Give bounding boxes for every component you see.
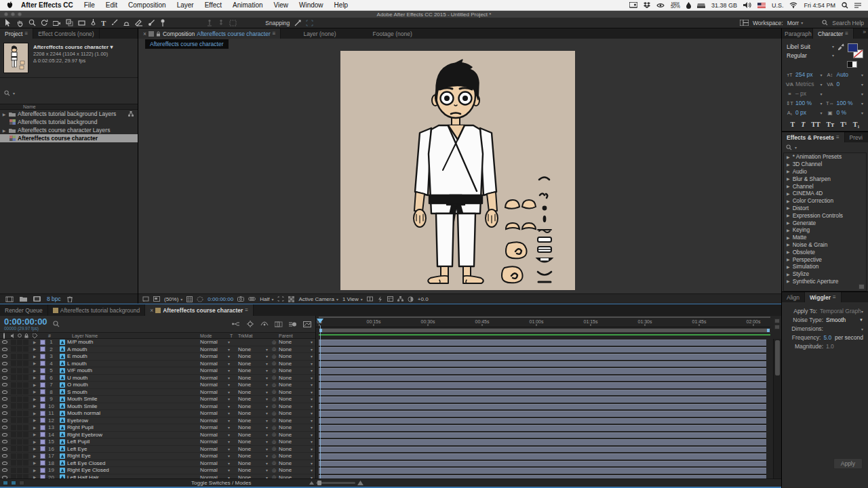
wifi-icon[interactable] bbox=[789, 2, 797, 8]
parent-dropdown[interactable]: None▾ bbox=[279, 418, 315, 424]
lock-switch[interactable] bbox=[23, 368, 28, 373]
layer-label-chip[interactable] bbox=[40, 468, 45, 473]
effects-category-row[interactable]: ▶Obsolete bbox=[784, 248, 866, 256]
menu-item-help[interactable]: Help bbox=[329, 1, 354, 9]
apply-button[interactable]: Apply bbox=[833, 458, 863, 469]
timeline-ruler[interactable]: 0s00:15s00:30s00:45s01:00s01:15s01:30s01… bbox=[316, 319, 770, 327]
visibility-eye-icon[interactable] bbox=[2, 376, 7, 380]
trkmat-dropdown[interactable]: None▾ bbox=[238, 382, 269, 388]
layer-twirl-icon[interactable]: ▶ bbox=[33, 468, 39, 472]
twirl-icon[interactable]: ▶ bbox=[787, 272, 790, 277]
parent-dropdown[interactable]: None▾ bbox=[279, 467, 315, 473]
puppet-pin-tool[interactable] bbox=[160, 19, 165, 27]
project-item[interactable]: ▶Aftereffects tutorial background Layers bbox=[0, 110, 138, 118]
trkmat-dropdown[interactable]: None▾ bbox=[238, 375, 269, 381]
twirl-icon[interactable]: ▶ bbox=[787, 176, 790, 181]
menu-item-animation[interactable]: Animation bbox=[227, 1, 268, 9]
layer-twirl-icon[interactable]: ▶ bbox=[33, 454, 39, 458]
audio-switch[interactable] bbox=[11, 432, 16, 437]
audio-switch[interactable] bbox=[11, 346, 16, 352]
project-item[interactable]: Aftereffects tutorial background bbox=[0, 118, 138, 126]
lock-switch[interactable] bbox=[23, 425, 28, 430]
mode-dropdown[interactable]: Normal▾ bbox=[200, 418, 230, 424]
layer-row[interactable]: ▶5V/F mouthNormal▾None▾◎None▾ bbox=[0, 367, 315, 375]
trkmat-dropdown[interactable]: None▾ bbox=[238, 460, 269, 466]
layer-duration-bar[interactable] bbox=[319, 396, 766, 403]
layer-label-chip[interactable] bbox=[40, 432, 45, 437]
droplet-icon[interactable] bbox=[686, 2, 691, 9]
layer-lane[interactable] bbox=[319, 346, 773, 354]
layer-duration-bar[interactable] bbox=[319, 453, 766, 460]
visibility-eye-icon[interactable] bbox=[2, 454, 7, 458]
layer-label-chip[interactable] bbox=[40, 403, 45, 409]
layer-label-chip[interactable] bbox=[40, 439, 45, 445]
frame-blending-icon[interactable] bbox=[275, 321, 283, 327]
leading-dropdown[interactable]: Auto▾ bbox=[837, 71, 865, 78]
twirl-icon[interactable]: ▶ bbox=[787, 155, 790, 159]
layer-label-chip[interactable] bbox=[40, 460, 45, 466]
visibility-eye-icon[interactable] bbox=[2, 419, 7, 422]
parent-dropdown[interactable]: None▾ bbox=[279, 382, 315, 388]
trkmat-column-label[interactable]: TrkMat bbox=[238, 333, 269, 338]
trkmat-dropdown[interactable]: None▾ bbox=[238, 446, 269, 452]
layer-twirl-icon[interactable]: ▶ bbox=[33, 369, 39, 373]
parent-dropdown[interactable]: None▾ bbox=[279, 375, 315, 381]
work-area-end-handle[interactable] bbox=[767, 329, 770, 332]
layer-row[interactable]: ▶17Right EyeNormal▾None▾◎None▾ bbox=[0, 453, 315, 460]
layer-label-chip[interactable] bbox=[40, 375, 45, 380]
close-tab-icon[interactable]: × bbox=[150, 307, 153, 314]
layer-row[interactable]: ▶18Left Eye ClosedNormal▾None▾◎None▾ bbox=[0, 460, 315, 468]
solo-switch[interactable] bbox=[17, 368, 22, 373]
stroke-style-dropdown[interactable]: ▾ bbox=[837, 92, 865, 96]
trkmat-dropdown[interactable]: None▾ bbox=[238, 467, 269, 473]
trkmat-dropdown[interactable]: None▾ bbox=[238, 432, 269, 438]
layer-duration-bar[interactable] bbox=[319, 461, 766, 467]
effects-category-row[interactable]: ▶Stylize bbox=[784, 270, 866, 278]
audio-switch[interactable] bbox=[11, 468, 16, 473]
project-item[interactable]: ▶Aftereffects course character Layers bbox=[0, 126, 138, 134]
mode-dropdown[interactable]: Normal▾ bbox=[200, 424, 230, 430]
timeline-button-icon[interactable] bbox=[387, 296, 393, 302]
composition-viewport[interactable]: Aftereffects course character bbox=[138, 39, 781, 293]
solo-switch[interactable] bbox=[17, 403, 22, 409]
twirl-icon[interactable]: ▶ bbox=[787, 264, 790, 269]
fill-stroke-swatches[interactable] bbox=[847, 42, 865, 60]
layer-lane[interactable] bbox=[319, 367, 773, 375]
layer-duration-bar[interactable] bbox=[319, 340, 766, 346]
audio-switch[interactable] bbox=[11, 361, 16, 366]
camera-tool[interactable] bbox=[53, 20, 61, 26]
solo-switch[interactable] bbox=[17, 411, 22, 416]
layer-lane[interactable] bbox=[319, 361, 773, 368]
reset-exposure-icon[interactable] bbox=[408, 296, 414, 302]
close-tab-icon[interactable]: × bbox=[143, 30, 146, 37]
visibility-eye-icon[interactable] bbox=[2, 447, 7, 451]
trkmat-dropdown[interactable]: None▾ bbox=[238, 389, 269, 395]
tab-character[interactable]: Character≡ bbox=[813, 28, 854, 39]
parent-dropdown[interactable]: None▾ bbox=[279, 361, 315, 367]
trkmat-dropdown[interactable]: None▾ bbox=[238, 453, 269, 459]
visibility-eye-icon[interactable] bbox=[2, 405, 7, 408]
effects-category-row[interactable]: ▶Generate bbox=[784, 219, 866, 226]
type-tool[interactable]: T bbox=[101, 19, 106, 27]
mode-dropdown[interactable]: Normal▾ bbox=[200, 467, 230, 473]
twirl-icon[interactable]: ▶ bbox=[1, 128, 7, 133]
parent-pickwhip-icon[interactable]: ◎ bbox=[269, 403, 279, 409]
layer-duration-bar[interactable] bbox=[319, 425, 766, 431]
trkmat-dropdown[interactable]: None▾ bbox=[238, 353, 269, 359]
mode-dropdown[interactable]: Normal▾ bbox=[200, 410, 230, 416]
panel-menu-icon[interactable]: ≡ bbox=[273, 30, 276, 37]
twirl-icon[interactable]: ▶ bbox=[787, 213, 790, 218]
font-family-dropdown[interactable]: Libel Suit▾ bbox=[785, 42, 835, 51]
layer-label-chip[interactable] bbox=[40, 396, 45, 402]
align-pin-icon-2[interactable] bbox=[218, 19, 224, 26]
layer-label-chip[interactable] bbox=[40, 361, 45, 366]
lock-switch[interactable] bbox=[23, 460, 28, 466]
layer-twirl-icon[interactable]: ▶ bbox=[33, 404, 39, 408]
expand-inout-icon[interactable] bbox=[19, 481, 24, 485]
display-icon[interactable] bbox=[629, 2, 637, 8]
layer-twirl-icon[interactable]: ▶ bbox=[33, 354, 39, 359]
layer-lane[interactable] bbox=[319, 432, 773, 439]
mode-dropdown[interactable]: Normal▾ bbox=[200, 389, 230, 395]
tab-preview[interactable]: Previ bbox=[845, 132, 867, 142]
mode-dropdown[interactable]: Normal▾ bbox=[200, 361, 230, 367]
